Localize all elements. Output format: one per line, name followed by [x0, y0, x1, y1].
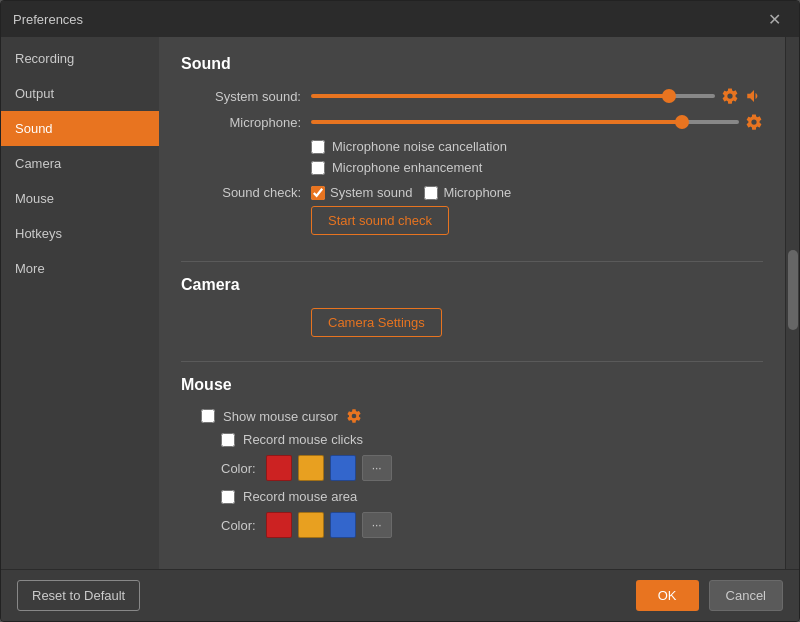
noise-cancellation-checkbox[interactable]	[311, 140, 325, 154]
color-row-2: Color: ···	[221, 512, 763, 538]
color-swatch-yellow-1[interactable]	[298, 455, 324, 481]
sound-section-title: Sound	[181, 55, 763, 73]
preferences-dialog: Preferences ✕ Recording Output Sound Cam…	[0, 0, 800, 622]
system-sound-gear-icon[interactable]	[721, 87, 739, 105]
sidebar-item-sound[interactable]: Sound	[1, 111, 159, 146]
record-mouse-area-label: Record mouse area	[243, 489, 357, 504]
microphone-check-item: Microphone	[424, 185, 511, 200]
sidebar-item-output[interactable]: Output	[1, 76, 159, 111]
mouse-section: Mouse Show mouse cursor Record mouse cli…	[181, 376, 763, 538]
dialog-title: Preferences	[13, 12, 83, 27]
speaker-icon[interactable]	[745, 87, 763, 105]
microphone-label: Microphone:	[181, 115, 301, 130]
sidebar-item-camera[interactable]: Camera	[1, 146, 159, 181]
sound-check-label: Sound check:	[181, 185, 301, 200]
color-swatch-blue-1[interactable]	[330, 455, 356, 481]
show-mouse-cursor-row: Show mouse cursor	[201, 408, 763, 424]
record-mouse-clicks-label: Record mouse clicks	[243, 432, 363, 447]
camera-section-title: Camera	[181, 276, 763, 294]
sidebar-item-more[interactable]: More	[1, 251, 159, 286]
title-bar: Preferences ✕	[1, 1, 799, 37]
color-row-1: Color: ···	[221, 455, 763, 481]
system-sound-slider-container	[311, 87, 763, 105]
color-label-2: Color:	[221, 518, 256, 533]
color-swatch-yellow-2[interactable]	[298, 512, 324, 538]
microphone-slider-container	[311, 113, 763, 131]
record-mouse-area-checkbox[interactable]	[221, 490, 235, 504]
system-sound-check-item: System sound	[311, 185, 412, 200]
system-sound-row: System sound:	[181, 87, 763, 105]
microphone-gear-icon[interactable]	[745, 113, 763, 131]
microphone-check-label: Microphone	[443, 185, 511, 200]
mouse-cursor-gear-icon[interactable]	[346, 408, 362, 424]
color-swatch-red-2[interactable]	[266, 512, 292, 538]
content-area: Sound System sound: Microphone:	[159, 37, 785, 569]
main-content: Recording Output Sound Camera Mouse Hotk…	[1, 37, 799, 569]
system-sound-check-checkbox[interactable]	[311, 186, 325, 200]
ok-button[interactable]: OK	[636, 580, 699, 611]
record-mouse-clicks-row: Record mouse clicks	[221, 432, 763, 447]
color-more-button-2[interactable]: ···	[362, 512, 392, 538]
cancel-button[interactable]: Cancel	[709, 580, 783, 611]
color-more-button-1[interactable]: ···	[362, 455, 392, 481]
record-mouse-area-row: Record mouse area	[221, 489, 763, 504]
microphone-slider[interactable]	[311, 120, 739, 124]
system-sound-label: System sound:	[181, 89, 301, 104]
camera-settings-button[interactable]: Camera Settings	[311, 308, 442, 337]
bottom-right-buttons: OK Cancel	[636, 580, 783, 611]
reset-to-default-button[interactable]: Reset to Default	[17, 580, 140, 611]
scrollbar-thumb[interactable]	[788, 250, 798, 330]
sound-check-row: Sound check: System sound Microphone	[181, 185, 763, 200]
color-swatch-blue-2[interactable]	[330, 512, 356, 538]
divider-1	[181, 261, 763, 262]
sidebar-item-mouse[interactable]: Mouse	[1, 181, 159, 216]
enhancement-label: Microphone enhancement	[332, 160, 482, 175]
record-mouse-clicks-checkbox[interactable]	[221, 433, 235, 447]
microphone-row: Microphone:	[181, 113, 763, 131]
enhancement-row: Microphone enhancement	[311, 160, 763, 175]
scrollbar[interactable]	[785, 37, 799, 569]
close-button[interactable]: ✕	[762, 8, 787, 31]
sound-check-options: System sound Microphone	[311, 185, 511, 200]
noise-cancellation-label: Microphone noise cancellation	[332, 139, 507, 154]
mouse-section-title: Mouse	[181, 376, 763, 394]
sidebar-item-recording[interactable]: Recording	[1, 41, 159, 76]
show-mouse-cursor-label: Show mouse cursor	[223, 409, 338, 424]
color-label-1: Color:	[221, 461, 256, 476]
system-sound-check-label: System sound	[330, 185, 412, 200]
sidebar-item-hotkeys[interactable]: Hotkeys	[1, 216, 159, 251]
noise-cancellation-row: Microphone noise cancellation	[311, 139, 763, 154]
divider-2	[181, 361, 763, 362]
microphone-check-checkbox[interactable]	[424, 186, 438, 200]
start-sound-check-button[interactable]: Start sound check	[311, 206, 449, 235]
system-sound-slider[interactable]	[311, 94, 715, 98]
color-swatch-red-1[interactable]	[266, 455, 292, 481]
show-mouse-cursor-checkbox[interactable]	[201, 409, 215, 423]
sidebar: Recording Output Sound Camera Mouse Hotk…	[1, 37, 159, 569]
enhancement-checkbox[interactable]	[311, 161, 325, 175]
bottom-bar: Reset to Default OK Cancel	[1, 569, 799, 621]
